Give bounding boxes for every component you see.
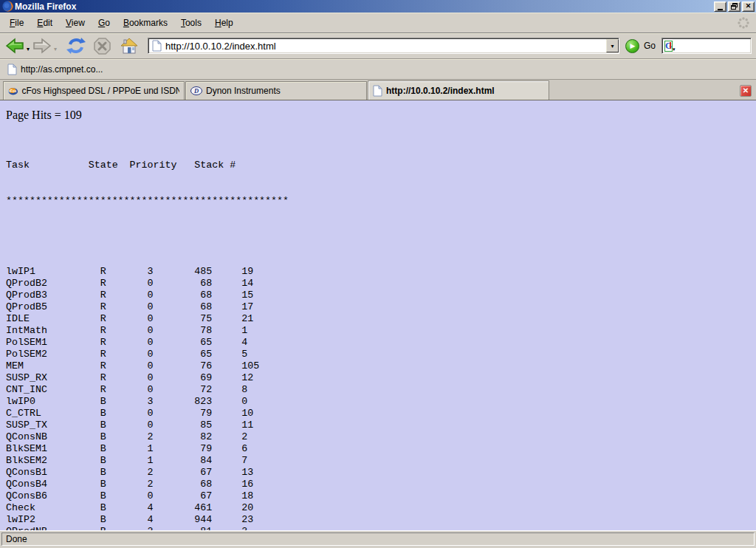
go-button[interactable]: ▶ Go: [625, 39, 656, 53]
forward-icon: [32, 37, 52, 55]
bookmarks-toolbar: http://as.cmpnet.co...: [0, 59, 756, 80]
table-row: lwIP0 B 3 823 0: [6, 396, 750, 408]
go-label: Go: [644, 41, 656, 51]
menu-tools[interactable]: Tools: [174, 16, 208, 30]
table-row: SUSP_RX R 0 69 12: [6, 372, 750, 384]
reload-icon: [66, 36, 86, 55]
table-row: SUSP_TX B 0 85 11: [6, 419, 750, 431]
home-icon: [120, 37, 139, 55]
minimize-button[interactable]: [714, 1, 726, 12]
back-dropdown[interactable]: ▾: [27, 46, 30, 52]
close-tab-button[interactable]: ✕: [740, 85, 752, 97]
table-row: C_CTRL B 0 79 10: [6, 408, 750, 419]
table-row: CNT_INC R 0 72 8: [6, 384, 750, 396]
throbber-icon: [737, 16, 750, 30]
table-row: QProdB3 R 0 68 15: [6, 290, 750, 301]
table-header: Task State Priority Stack #: [6, 160, 750, 171]
table-row: PolSEM2 R 0 65 5: [6, 349, 750, 360]
menu-view[interactable]: View: [59, 16, 92, 30]
cfos-icon: cFos: [8, 86, 18, 96]
stop-button[interactable]: [92, 36, 112, 56]
stop-icon: [93, 37, 111, 55]
table-row: QConsB4 B 2 68 16: [6, 479, 750, 490]
bookmark-label: http://as.cmpnet.co...: [21, 64, 103, 75]
forward-dropdown[interactable]: ▾: [54, 46, 57, 52]
status-text: Done: [1, 532, 755, 546]
tab-label: cFos Highspeed DSL / PPPoE und ISDN CAP.…: [21, 86, 179, 96]
window-title: Mozilla Firefox: [15, 1, 712, 12]
url-input[interactable]: [165, 39, 606, 52]
google-search-icon[interactable]: G: [664, 41, 673, 52]
table-row: lwIP1 R 3 485 19: [6, 266, 750, 278]
browser-window: Mozilla Firefox ✕ File Edit View Go Book…: [0, 0, 756, 548]
table-row: IDLE R 0 75 21: [6, 313, 750, 325]
search-input[interactable]: [676, 40, 756, 52]
tab-cfos[interactable]: cFos cFos Highspeed DSL / PPPoE und ISDN…: [3, 81, 185, 100]
search-engine-dropdown[interactable]: ▾: [673, 47, 676, 52]
page-icon: [373, 85, 382, 97]
page-hits-text: Page Hits = 109: [6, 109, 750, 122]
svg-text:D: D: [193, 87, 199, 95]
dynon-icon: D: [190, 86, 202, 95]
table-separator: ****************************************…: [6, 195, 750, 207]
url-dropdown-button[interactable]: ▾: [606, 39, 619, 52]
restore-button[interactable]: [728, 1, 740, 12]
url-bar[interactable]: ▾: [148, 38, 619, 54]
tab-dynon[interactable]: D Dynon Instruments: [185, 81, 367, 100]
home-button[interactable]: [119, 36, 140, 55]
table-row: QConsNB B 2 82 2: [6, 431, 750, 443]
minimize-icon: [718, 9, 723, 10]
reload-button[interactable]: [65, 35, 87, 56]
navigation-toolbar: ▾ ▾: [0, 33, 756, 59]
table-row: BlkSEM1 B 1 79 6: [6, 443, 750, 455]
menu-bar: File Edit View Go Bookmarks Tools Help: [0, 13, 756, 33]
chevron-down-icon: ▾: [611, 43, 614, 49]
tab-bar: cFos cFos Highspeed DSL / PPPoE und ISDN…: [0, 80, 756, 100]
task-table: Task State Priority Stack # ************…: [6, 136, 750, 530]
table-row: QConsB6 B 0 67 18: [6, 490, 750, 502]
close-button[interactable]: ✕: [742, 1, 755, 12]
forward-button[interactable]: [32, 36, 52, 55]
go-icon: ▶: [625, 39, 639, 53]
table-row: QProdB2 R 0 68 14: [6, 278, 750, 290]
menu-bookmarks[interactable]: Bookmarks: [117, 16, 174, 30]
table-row: Check B 4 461 20: [6, 502, 750, 514]
close-icon: ✕: [743, 87, 749, 95]
table-row: PolSEM1 R 0 65 4: [6, 337, 750, 349]
page-icon: [152, 40, 162, 52]
table-row: lwIP2 B 4 944 23: [6, 514, 750, 526]
page-content: Page Hits = 109 Task State Priority Stac…: [0, 100, 756, 530]
menu-file[interactable]: File: [3, 16, 30, 30]
tab-label: http://10.0.10.2/index.html: [386, 86, 495, 96]
page-icon: [7, 64, 17, 75]
restore-icon: [731, 3, 738, 10]
tab-label: Dynon Instruments: [206, 86, 281, 96]
menu-go[interactable]: Go: [92, 16, 117, 30]
menu-help[interactable]: Help: [208, 16, 240, 30]
tab-index-html[interactable]: http://10.0.10.2/index.html: [368, 81, 549, 100]
search-box[interactable]: G ▾: [662, 38, 752, 54]
table-row: MEM R 0 76 105: [6, 360, 750, 372]
bookmark-item[interactable]: http://as.cmpnet.co...: [4, 62, 106, 77]
table-row: QProdB5 R 0 68 17: [6, 301, 750, 313]
table-row: IntMath R 0 78 1: [6, 325, 750, 337]
table-row: BlkSEM2 B 1 84 7: [6, 455, 750, 467]
menu-edit[interactable]: Edit: [30, 16, 59, 30]
table-row: QConsB1 B 2 67 13: [6, 467, 750, 479]
status-bar: Done: [0, 530, 756, 548]
back-icon: [5, 37, 24, 55]
firefox-icon: [2, 1, 13, 12]
close-icon: ✕: [746, 3, 752, 10]
svg-text:cFos: cFos: [9, 89, 17, 93]
back-button[interactable]: [4, 36, 25, 55]
title-bar: Mozilla Firefox ✕: [0, 0, 756, 13]
